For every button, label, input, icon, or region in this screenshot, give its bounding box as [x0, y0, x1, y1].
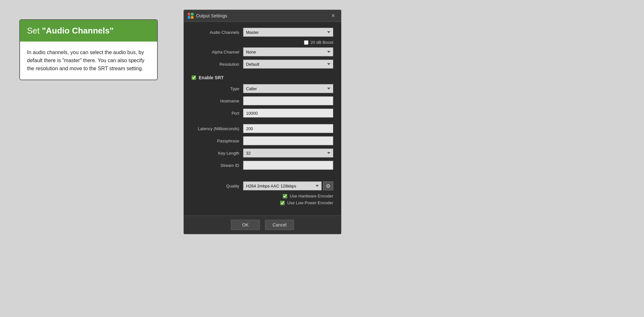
resolution-select[interactable]: Default	[243, 60, 333, 69]
quality-controls: H264 2mbps AAC 128kbps H264 4mbps AAC 12…	[243, 181, 333, 190]
type-label: Type	[192, 86, 243, 91]
alpha-channel-row: Alpha Channel None	[192, 47, 333, 56]
info-card-text: In audio channels, you can select the au…	[27, 49, 150, 72]
resolution-label: Resolution	[192, 62, 243, 67]
passphrase-label: Passphrase	[192, 139, 243, 143]
cancel-button[interactable]: Cancel	[265, 220, 294, 230]
port-label: Port	[192, 111, 243, 116]
close-button[interactable]: ✕	[329, 13, 337, 19]
stream-id-input[interactable]	[243, 161, 333, 170]
low-power-encoder-label[interactable]: Use Low Power Encoder	[280, 200, 333, 205]
output-settings-dialog: Output Settings ✕ Audio Channels Master …	[184, 10, 341, 234]
passphrase-input[interactable]	[243, 136, 333, 145]
hardware-encoder-checkbox[interactable]	[283, 194, 287, 198]
info-card-header: Set "Audio Channels"	[20, 20, 157, 42]
audio-channels-row: Audio Channels Master	[192, 28, 333, 37]
hostname-input[interactable]	[243, 96, 333, 105]
hardware-encoder-row: Use Hardware Encoder	[192, 194, 333, 198]
set-bold: "Audio Channels"	[42, 26, 114, 35]
info-card-body: In audio channels, you can select the au…	[20, 42, 157, 80]
stream-id-row: Stream ID	[192, 161, 333, 170]
audio-channels-label: Audio Channels	[192, 30, 243, 35]
port-input[interactable]	[243, 109, 333, 118]
passphrase-row: Passphrase	[192, 136, 333, 145]
low-power-encoder-text: Use Low Power Encoder	[287, 200, 333, 205]
set-prefix: Set	[27, 26, 42, 35]
key-length-row: Key Length 32 16 24	[192, 149, 333, 158]
app-icon	[188, 13, 194, 19]
hostname-label: Hostname	[192, 99, 243, 103]
enable-srt-label[interactable]: Enable SRT	[192, 75, 224, 80]
alpha-channel-label: Alpha Channel	[192, 50, 243, 54]
quality-select[interactable]: H264 2mbps AAC 128kbps H264 4mbps AAC 12…	[243, 181, 322, 190]
quality-row: Quality H264 2mbps AAC 128kbps H264 4mbp…	[192, 181, 333, 190]
low-power-encoder-checkbox[interactable]	[280, 201, 285, 205]
enable-srt-row: Enable SRT	[192, 75, 333, 80]
boost-label[interactable]: 20 dB Boost	[304, 40, 333, 45]
key-length-label: Key Length	[192, 151, 243, 156]
type-row: Type Caller Listener Rendezvous	[192, 84, 333, 93]
boost-label-text: 20 dB Boost	[310, 40, 333, 45]
latency-input[interactable]	[243, 124, 333, 133]
latency-label: Latency (Milliseconds)	[192, 126, 243, 131]
enable-srt-text: Enable SRT	[199, 75, 224, 80]
info-card: Set "Audio Channels" In audio channels, …	[19, 19, 158, 80]
hardware-encoder-text: Use Hardware Encoder	[290, 194, 333, 198]
quality-label: Quality	[192, 184, 243, 188]
alpha-channel-select[interactable]: None	[243, 47, 333, 56]
hostname-row: Hostname	[192, 96, 333, 105]
info-card-title: Set "Audio Channels"	[27, 26, 114, 35]
type-select[interactable]: Caller Listener Rendezvous	[243, 84, 333, 93]
low-power-encoder-row: Use Low Power Encoder	[192, 200, 333, 205]
boost-row: 20 dB Boost	[192, 40, 333, 45]
key-length-select[interactable]: 32 16 24	[243, 149, 333, 158]
dialog-titlebar: Output Settings ✕	[184, 10, 341, 22]
hardware-encoder-label[interactable]: Use Hardware Encoder	[283, 194, 333, 198]
ok-button[interactable]: OK	[231, 220, 260, 230]
quality-settings-button[interactable]: ⚙	[323, 181, 333, 190]
dialog-footer: OK Cancel	[184, 216, 341, 234]
enable-srt-checkbox[interactable]	[192, 75, 196, 80]
dialog-title: Output Settings	[196, 13, 329, 18]
dialog-body: Audio Channels Master 20 dB Boost Alpha …	[184, 22, 341, 210]
latency-row: Latency (Milliseconds)	[192, 124, 333, 133]
boost-checkbox[interactable]	[304, 40, 308, 45]
audio-channels-select[interactable]: Master	[243, 28, 333, 37]
stream-id-label: Stream ID	[192, 163, 243, 168]
resolution-row: Resolution Default	[192, 60, 333, 69]
port-row: Port	[192, 109, 333, 118]
